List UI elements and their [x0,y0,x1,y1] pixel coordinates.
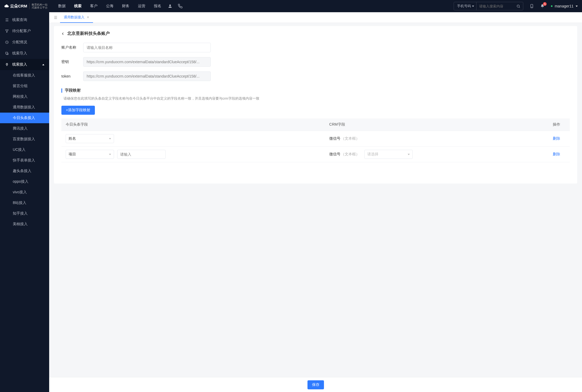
search-type-select[interactable]: 手机号码 [454,2,476,10]
brand-logo: 云朵CRM [4,4,27,9]
sidebar-sub-online-service[interactable]: 在线客服接入 [0,70,49,81]
crm-field-display: 微信号（文本框） [329,136,360,140]
tab-general-data-access[interactable]: 通用数据接入 ✕ [60,12,93,23]
token-label: token [61,74,78,78]
sidebar-sub-school[interactable]: 网校接入 [0,91,49,102]
crm-field-hint: （文本框） [341,152,360,156]
sidebar-item-label: 线索导入 [12,51,27,56]
nav-data[interactable]: 数据 [58,4,66,8]
chevron-up-icon [42,64,44,65]
source-field-select[interactable]: 项目 [66,150,114,159]
mapping-title: 字段映射 [65,88,81,93]
sidebar-sub-kuaishou[interactable]: 快手表单接入 [0,155,49,166]
add-field-mapping-label: +添加字段映射 [66,108,90,113]
collapse-sidebar-icon[interactable]: ☰ [51,15,60,20]
chevron-down-icon [472,6,474,7]
close-icon[interactable]: ✕ [87,15,89,19]
layout: ☰ 线索查询 待分配客户 分配情况 线索导入 线索接入 在线客服接入 留言分组 … [0,12,582,392]
save-button[interactable]: 保存 [307,380,324,389]
crm-field-select[interactable]: 请选择 [364,150,413,159]
user-name: manager11 [555,4,573,8]
nav-signup[interactable]: 报名 [154,4,161,8]
sidebar-sub-meiyou[interactable]: 美柚接入 [0,219,49,229]
col-operation: 操作 [549,118,570,131]
nav-ops[interactable]: 运营 [138,4,145,8]
secret-label: 密钥 [61,59,78,64]
search-type-label: 手机号码 [457,4,471,8]
nav-pool[interactable]: 公海 [106,4,113,8]
crm-field-name: 微信号 [329,136,340,140]
top-nav: 数据 线索 客户 公海 财务 运营 报名 [58,4,161,8]
brand-tagline-1: 教育机构一站 [32,3,48,6]
user-icon[interactable] [168,4,172,8]
nav-finance[interactable]: 财务 [122,4,129,8]
tab-label: 通用数据接入 [64,15,85,20]
chevron-down-icon [408,154,410,155]
sidebar-item-pending-customer[interactable]: 待分配客户 [0,25,49,37]
chevron-down-icon [109,138,111,139]
topbar-right: 手机号码 5 manager11 [454,2,578,10]
sidebar-sub-vivo[interactable]: vivo接入 [0,187,49,198]
nav-leads[interactable]: 线索 [74,4,82,8]
sidebar-item-lead-query[interactable]: ☰ 线索查询 [0,14,49,25]
table-row: 姓名 微信号（文本框） 删除 [61,131,570,147]
sidebar-item-allocation[interactable]: 分配情况 [0,37,49,48]
call-icon[interactable] [178,4,183,8]
brand-tagline-2: 式服务云平台 [32,6,48,9]
phone-icon[interactable] [530,4,534,8]
sidebar-sub-message-group[interactable]: 留言分组 [0,81,49,91]
source-field-extra-input[interactable] [117,150,166,159]
account-name-input-wrap [83,43,211,52]
search-icon[interactable] [514,4,523,8]
token-value-text: https://crm.yunduocrm.com/externalData/s… [87,74,200,78]
form-row-token: token https://crm.yunduocrm.com/external… [61,71,570,81]
global-search: 手机号码 [454,2,523,10]
svg-point-1 [517,5,520,7]
export-icon [5,52,9,55]
notif-badge: 5 [543,2,547,6]
sidebar-item-label: 线索查询 [12,18,27,22]
secret-value-text: https://crm.yunduocrm.com/externalData/s… [87,60,200,64]
form-row-account-name: 账户名称 [61,43,570,52]
secret-value-field[interactable]: https://crm.yunduocrm.com/externalData/s… [83,57,211,67]
sidebar-sub-toutiao[interactable]: 今日头条接入 [0,113,49,123]
source-field-select[interactable]: 姓名 [66,134,114,143]
nav-customer[interactable]: 客户 [90,4,98,8]
sidebar-sub-baidu[interactable]: 百度数据接入 [0,134,49,144]
sidebar-item-label: 分配情况 [12,40,27,45]
sidebar-sub-uc[interactable]: UC接入 [0,144,49,155]
sidebar-item-lead-import[interactable]: 线索导入 [0,48,49,59]
account-name-input[interactable] [87,45,207,50]
sidebar-sub-qutoutiao[interactable]: 趣头条接入 [0,166,49,176]
add-field-mapping-button[interactable]: +添加字段映射 [61,106,95,115]
search-input[interactable] [476,4,514,8]
sidebar-sub-zhihu[interactable]: 知乎接入 [0,208,49,219]
page-header: 北京昱新科技头条账户 [61,31,570,36]
delete-row-button[interactable]: 删除 [553,152,560,156]
save-button-label: 保存 [312,382,319,387]
cloud-icon [4,4,9,8]
sidebar-item-label: 线索接入 [12,62,27,67]
sidebar-sub-oppo[interactable]: oppo接入 [0,176,49,187]
form-row-secret: 密钥 https://crm.yunduocrm.com/externalDat… [61,57,570,67]
account-name-label: 账户名称 [61,45,78,50]
back-icon[interactable] [61,32,65,36]
sidebar-sub-tencent[interactable]: 腾讯接入 [0,123,49,134]
svg-point-3 [532,7,532,7]
token-value-field[interactable]: https://crm.yunduocrm.com/externalData/s… [83,71,211,81]
select-value: 项目 [69,152,76,157]
status-dot-icon [551,5,553,7]
chevron-down-icon [576,6,578,7]
sidebar-sub-bilibili[interactable]: B站接入 [0,198,49,208]
crm-field-hint: （文本框） [341,136,360,140]
notification-bell[interactable]: 5 [540,4,545,8]
delete-row-button[interactable]: 删除 [553,136,560,140]
topbar: 云朵CRM 教育机构一站 式服务云平台 数据 线索 客户 公海 财务 运营 报名… [0,0,582,12]
sidebar: ☰ 线索查询 待分配客户 分配情况 线索导入 线索接入 在线客服接入 留言分组 … [0,12,49,392]
user-menu[interactable]: manager11 [551,4,578,8]
tab-bar: ☰ 通用数据接入 ✕ [49,12,582,23]
sidebar-sub-general-data[interactable]: 通用数据接入 [0,102,49,113]
brand-name: 云朵CRM [10,4,27,9]
footer-bar: 保存 [49,377,582,392]
sidebar-item-lead-access[interactable]: 线索接入 [0,59,49,70]
